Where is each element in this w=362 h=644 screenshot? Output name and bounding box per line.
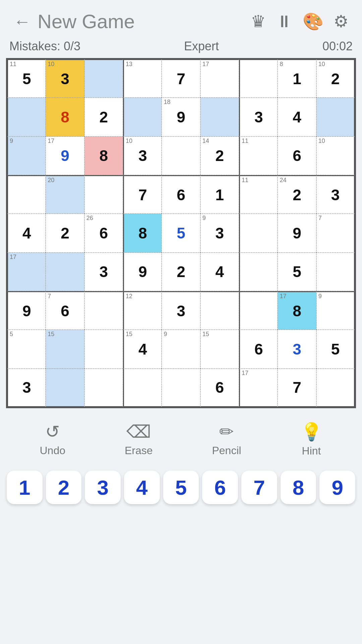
numpad-button-2[interactable]: 2 bbox=[46, 471, 82, 504]
numpad-button-8[interactable]: 8 bbox=[281, 471, 316, 504]
table-row[interactable]: 9 bbox=[316, 291, 355, 330]
table-row[interactable]: 13 bbox=[123, 59, 162, 98]
table-row[interactable] bbox=[239, 214, 278, 252]
table-row[interactable] bbox=[123, 369, 162, 407]
table-row[interactable]: 9 bbox=[7, 291, 46, 330]
table-row[interactable]: 103 bbox=[123, 137, 162, 175]
table-row[interactable]: 9 bbox=[278, 214, 316, 252]
table-row[interactable]: 7 bbox=[123, 175, 162, 214]
numpad-button-5[interactable]: 5 bbox=[163, 471, 199, 504]
table-row[interactable] bbox=[239, 291, 278, 330]
pencil-button[interactable]: ✏ Pencil bbox=[212, 422, 241, 457]
table-row[interactable]: 8 bbox=[46, 98, 84, 136]
table-row[interactable] bbox=[7, 98, 46, 136]
numpad-button-4[interactable]: 4 bbox=[124, 471, 160, 504]
numpad-button-3[interactable]: 3 bbox=[85, 471, 121, 504]
table-row[interactable]: 4 bbox=[7, 214, 46, 252]
table-row[interactable] bbox=[316, 369, 355, 407]
table-row[interactable]: 3 bbox=[84, 253, 123, 291]
hint-button[interactable]: 💡 Hint bbox=[301, 422, 322, 457]
table-row[interactable] bbox=[239, 253, 278, 291]
table-row[interactable]: 3 bbox=[239, 98, 278, 136]
table-row[interactable]: 115 bbox=[7, 59, 46, 98]
table-row[interactable]: 6 bbox=[278, 137, 316, 175]
settings-icon[interactable]: ⚙ bbox=[334, 12, 349, 31]
numpad-button-1[interactable]: 1 bbox=[7, 471, 43, 504]
table-row[interactable]: 81 bbox=[278, 59, 316, 98]
table-row[interactable] bbox=[200, 98, 239, 136]
table-row[interactable] bbox=[84, 59, 123, 98]
table-row[interactable] bbox=[84, 291, 123, 330]
pause-icon[interactable]: ⏸ bbox=[276, 12, 293, 31]
table-row[interactable] bbox=[84, 369, 123, 407]
table-row[interactable]: 11 bbox=[239, 137, 278, 175]
table-row[interactable]: 6 bbox=[200, 369, 239, 407]
table-row[interactable]: 17 bbox=[200, 59, 239, 98]
table-row[interactable]: 6 bbox=[239, 330, 278, 368]
table-row[interactable] bbox=[123, 98, 162, 136]
table-row[interactable]: 4 bbox=[278, 98, 316, 136]
table-row[interactable]: 242 bbox=[278, 175, 316, 214]
table-row[interactable]: 17 bbox=[7, 253, 46, 291]
table-row[interactable] bbox=[316, 98, 355, 136]
table-row[interactable]: 8 bbox=[84, 137, 123, 175]
table-row[interactable]: 9 bbox=[162, 330, 200, 368]
table-row[interactable]: 179 bbox=[46, 137, 84, 175]
table-row[interactable]: 9 bbox=[7, 137, 46, 175]
table-row[interactable] bbox=[84, 175, 123, 214]
numpad-button-6[interactable]: 6 bbox=[202, 471, 238, 504]
table-row[interactable]: 2 bbox=[46, 214, 84, 252]
back-button[interactable]: ← bbox=[13, 11, 31, 32]
table-row[interactable] bbox=[200, 291, 239, 330]
table-row[interactable]: 10 bbox=[316, 137, 355, 175]
table-row[interactable]: 103 bbox=[46, 59, 84, 98]
table-row[interactable]: 8 bbox=[123, 214, 162, 252]
table-row[interactable]: 12 bbox=[123, 291, 162, 330]
table-row[interactable]: 154 bbox=[123, 330, 162, 368]
table-row[interactable] bbox=[239, 59, 278, 98]
table-row[interactable] bbox=[46, 369, 84, 407]
table-row[interactable]: 6 bbox=[162, 175, 200, 214]
table-row[interactable]: 76 bbox=[46, 291, 84, 330]
table-row[interactable]: 15 bbox=[200, 330, 239, 368]
erase-button[interactable]: ⌫ Erase bbox=[125, 422, 153, 457]
table-row[interactable] bbox=[84, 330, 123, 368]
table-row[interactable]: 5 bbox=[162, 214, 200, 252]
table-row[interactable]: 102 bbox=[316, 59, 355, 98]
table-row[interactable]: 1 bbox=[200, 175, 239, 214]
table-row[interactable]: 2 bbox=[84, 98, 123, 136]
table-row[interactable]: 2 bbox=[162, 253, 200, 291]
table-row[interactable]: 178 bbox=[278, 291, 316, 330]
cell-corner-num: 13 bbox=[126, 61, 132, 67]
table-row[interactable]: 3 bbox=[278, 330, 316, 368]
table-row[interactable]: 3 bbox=[162, 291, 200, 330]
numpad-button-7[interactable]: 7 bbox=[241, 471, 277, 504]
table-row[interactable]: 93 bbox=[200, 214, 239, 252]
table-row[interactable] bbox=[162, 137, 200, 175]
table-row[interactable]: 142 bbox=[200, 137, 239, 175]
table-row[interactable]: 5 bbox=[7, 330, 46, 368]
table-row[interactable] bbox=[162, 369, 200, 407]
palette-icon[interactable]: 🎨 bbox=[303, 12, 323, 31]
table-row[interactable]: 15 bbox=[46, 330, 84, 368]
numpad-button-9[interactable]: 9 bbox=[319, 471, 355, 504]
table-row[interactable]: 17 bbox=[239, 369, 278, 407]
table-row[interactable] bbox=[316, 253, 355, 291]
table-row[interactable]: 5 bbox=[278, 253, 316, 291]
table-row[interactable]: 266 bbox=[84, 214, 123, 252]
undo-button[interactable]: ↺ Undo bbox=[40, 422, 65, 457]
table-row[interactable]: 7 bbox=[316, 214, 355, 252]
table-row[interactable]: 11 bbox=[239, 175, 278, 214]
table-row[interactable]: 5 bbox=[316, 330, 355, 368]
crown-icon[interactable]: ♛ bbox=[251, 12, 266, 31]
table-row[interactable]: 9 bbox=[123, 253, 162, 291]
table-row[interactable]: 20 bbox=[46, 175, 84, 214]
table-row[interactable]: 3 bbox=[7, 369, 46, 407]
table-row[interactable]: 7 bbox=[162, 59, 200, 98]
table-row[interactable] bbox=[7, 175, 46, 214]
table-row[interactable] bbox=[46, 253, 84, 291]
table-row[interactable]: 4 bbox=[200, 253, 239, 291]
table-row[interactable]: 3 bbox=[316, 175, 355, 214]
table-row[interactable]: 189 bbox=[162, 98, 200, 136]
table-row[interactable]: 7 bbox=[278, 369, 316, 407]
